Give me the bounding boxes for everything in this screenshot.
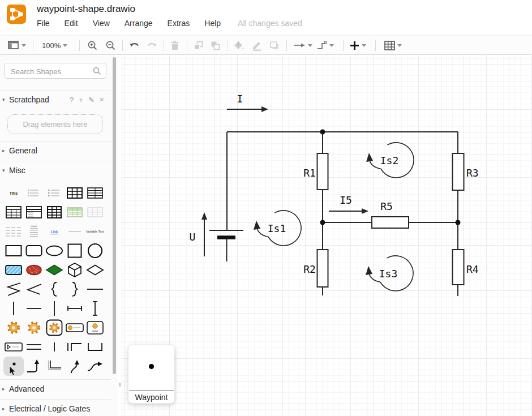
shape-text-list[interactable]	[24, 222, 44, 241]
shape-callout-play[interactable]	[3, 337, 24, 357]
voltage-u-arrow[interactable]: U	[190, 212, 207, 256]
page-view-button[interactable]	[8, 38, 26, 53]
to-back-button[interactable]	[210, 38, 221, 53]
resistor-r3[interactable]: R3	[453, 153, 479, 190]
undo-button[interactable]	[129, 38, 140, 53]
menu-view[interactable]: View	[93, 19, 110, 28]
shape-rectangle[interactable]	[3, 241, 24, 260]
shape-zigzag-line[interactable]	[3, 280, 24, 299]
shape-table-rows[interactable]	[85, 183, 105, 203]
section-general[interactable]: ▸ General	[0, 143, 111, 158]
scratchpad-help-button[interactable]: ?	[70, 96, 74, 104]
shape-scurve-arrow-vertical[interactable]	[65, 357, 85, 376]
scratchpad-edit-button[interactable]: ✎	[88, 96, 95, 104]
resistor-r2[interactable]: R2	[303, 250, 328, 287]
scratchpad-add-button[interactable]: +	[79, 96, 83, 104]
shape-table-header[interactable]	[3, 203, 24, 222]
resistor-r4[interactable]: R4	[453, 250, 479, 285]
menu-edit[interactable]: Edit	[65, 19, 78, 28]
connection-style-button[interactable]	[293, 38, 312, 53]
shape-bullet-list[interactable]	[24, 183, 44, 203]
mesh-loop-is2[interactable]: Is2	[366, 143, 414, 178]
shape-horizontal-edge[interactable]	[65, 299, 85, 318]
resistor-r1[interactable]: R1	[303, 153, 328, 190]
shape-table-title[interactable]	[24, 203, 44, 222]
mesh-loop-is3[interactable]: Is3	[366, 256, 413, 291]
shape-vertical-line[interactable]	[3, 299, 24, 318]
shape-angle-line[interactable]	[24, 280, 44, 299]
to-front-button[interactable]	[193, 38, 204, 53]
shape-gear-2[interactable]	[24, 318, 44, 337]
menu-extras[interactable]: Extras	[168, 19, 190, 28]
delete-button[interactable]	[170, 38, 180, 53]
scratchpad-close-button[interactable]: ×	[100, 95, 104, 104]
menu-help[interactable]: Help	[204, 19, 221, 28]
shape-vertical-line-2[interactable]	[44, 299, 65, 318]
shape-gear[interactable]	[3, 318, 24, 337]
section-electrical[interactable]: ▸ Electrical / Logic Gates	[0, 401, 111, 416]
redo-button[interactable]	[146, 38, 157, 53]
shape-doodle-diamond[interactable]	[44, 260, 65, 280]
circuit-diagram[interactable]: I U	[122, 55, 532, 416]
current-i-arrow[interactable]: I	[227, 93, 268, 112]
sidebar-scrollbar[interactable]	[113, 57, 116, 374]
shape-rounded-rectangle[interactable]	[24, 241, 44, 260]
shape-cube[interactable]	[65, 260, 85, 280]
shape-link[interactable]: Link	[44, 222, 65, 241]
shape-numbered-list[interactable]	[44, 183, 65, 203]
shape-text-small[interactable]	[65, 222, 85, 241]
shape-table-green[interactable]	[65, 203, 85, 222]
scratchpad-drop-zone[interactable]: Drag elements here	[7, 114, 103, 134]
fill-color-button[interactable]	[234, 38, 245, 53]
shape-gear-label-wide[interactable]	[65, 318, 85, 337]
shape-table-bold[interactable]	[65, 183, 85, 203]
shape-gear-label-box[interactable]	[85, 318, 105, 337]
shape-circle[interactable]	[85, 241, 105, 260]
shape-title-text[interactable]: Title	[3, 183, 24, 203]
current-i5-arrow[interactable]: I5	[329, 194, 368, 214]
shape-horizontal-line[interactable]	[85, 280, 105, 299]
shape-short-bar[interactable]	[44, 337, 65, 357]
search-input[interactable]	[10, 64, 97, 79]
zoom-level-dropdown[interactable]: 100%	[42, 38, 67, 53]
shape-hatched-rectangle[interactable]	[3, 260, 24, 280]
shape-search[interactable]	[5, 63, 106, 79]
drawing-canvas[interactable]: I U	[122, 55, 532, 416]
shape-text-table[interactable]	[3, 222, 24, 241]
line-color-button[interactable]	[251, 38, 263, 53]
shape-vertical-edge[interactable]	[85, 299, 105, 318]
shape-corner-arrow[interactable]	[24, 357, 44, 376]
voltage-source[interactable]	[209, 230, 243, 261]
shape-doodle-ellipse[interactable]	[24, 260, 44, 280]
shape-double-corner[interactable]	[44, 357, 65, 376]
menu-file[interactable]: File	[37, 19, 50, 28]
zoom-out-button[interactable]	[105, 38, 116, 53]
shape-waypoint[interactable]	[3, 357, 24, 376]
shape-table-dark[interactable]	[44, 203, 65, 222]
resistor-r5[interactable]: R5	[372, 200, 409, 228]
shape-square[interactable]	[65, 241, 85, 260]
table-button[interactable]	[384, 38, 402, 53]
waypoint-style-button[interactable]	[317, 38, 334, 53]
shape-left-brace[interactable]	[44, 280, 65, 299]
menu-arrange[interactable]: Arrange	[125, 19, 153, 28]
section-advanced[interactable]: ▸ Advanced	[0, 381, 111, 396]
shape-corner-lines[interactable]	[65, 337, 85, 357]
shadow-button[interactable]	[269, 38, 280, 53]
shape-gear-box[interactable]	[44, 318, 65, 337]
section-scratchpad[interactable]: ▾ Scratchpad ? + ✎ ×	[0, 92, 111, 107]
shape-table-gray[interactable]	[85, 203, 105, 222]
shape-right-brace[interactable]	[65, 280, 85, 299]
shape-scurve-arrow-horizontal[interactable]	[85, 357, 105, 376]
section-misc[interactable]: ▾ Misc	[0, 163, 111, 178]
zoom-in-button[interactable]	[87, 38, 98, 53]
shape-horizontal-line-2[interactable]	[24, 299, 44, 318]
sidebar-resize-handle[interactable]: ‖	[118, 380, 122, 389]
insert-button[interactable]	[350, 38, 366, 53]
shape-ellipse[interactable]	[44, 241, 65, 260]
mesh-loop-is1[interactable]: Is1	[254, 211, 301, 246]
shape-u-bracket[interactable]	[85, 337, 105, 357]
shape-variable-text[interactable]: Variable Text	[85, 222, 105, 241]
shape-diamond[interactable]	[85, 260, 105, 280]
shape-double-line[interactable]	[24, 337, 44, 357]
